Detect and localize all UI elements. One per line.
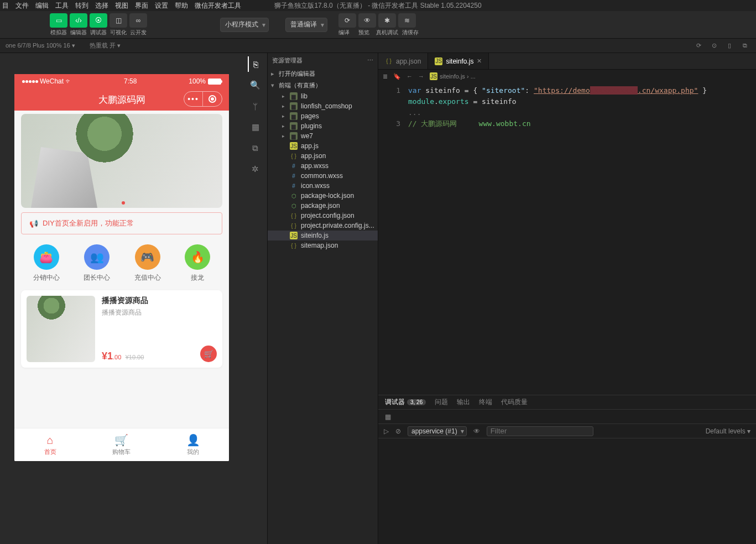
nav-grid-item[interactable]: 🔥 接龙 bbox=[185, 244, 210, 283]
close-icon[interactable]: ✕ bbox=[477, 57, 482, 65]
tree-item[interactable]: #common.wxss bbox=[268, 171, 378, 181]
menu-item[interactable]: 目 bbox=[2, 1, 9, 11]
toolbar-label: 预览 bbox=[355, 29, 373, 36]
tree-item[interactable]: JSsiteinfo.js bbox=[268, 231, 378, 240]
tabbar-icon: ⌂ bbox=[47, 434, 54, 447]
remote-debug-button[interactable]: ✱ bbox=[378, 13, 396, 28]
tabbar-item[interactable]: ⌂ 首页 bbox=[14, 428, 86, 461]
eye-icon[interactable]: 👁 bbox=[473, 427, 480, 435]
root-section[interactable]: 前端（有直播） bbox=[268, 80, 378, 91]
tree-item[interactable]: ▆lionfish_comshop bbox=[268, 101, 378, 111]
test-icon[interactable]: ✲ bbox=[248, 161, 263, 177]
banner-image[interactable] bbox=[21, 114, 222, 208]
tree-item[interactable]: #app.wxss bbox=[268, 161, 378, 171]
compile-button[interactable]: ⟳ bbox=[338, 13, 356, 28]
explorer-title: 资源管理器 bbox=[272, 56, 303, 65]
more-icon[interactable]: ⋯ bbox=[367, 57, 373, 64]
search-icon[interactable]: 🔍 bbox=[248, 77, 263, 93]
refresh-icon[interactable]: ⟳ bbox=[693, 40, 704, 51]
fwd-icon[interactable]: → bbox=[418, 73, 424, 80]
product-subtitle: 播播资源商品 bbox=[102, 308, 217, 317]
product-card[interactable]: 播播资源商品 播播资源商品 ¥1.00 ¥10.00 🛒 bbox=[21, 290, 222, 368]
battery-icon bbox=[208, 79, 221, 85]
menu-item[interactable]: 微信开发者工具 bbox=[195, 1, 241, 11]
opened-editors-section[interactable]: 打开的编辑器 bbox=[268, 68, 378, 80]
tree-item[interactable]: ⬡package-lock.json bbox=[268, 191, 378, 201]
phone-icon[interactable]: ▯ bbox=[724, 40, 735, 51]
menu-item[interactable]: 转到 bbox=[75, 1, 88, 11]
layout-icon[interactable]: ▦ bbox=[248, 119, 263, 135]
capsule-menu-icon[interactable]: ••• bbox=[184, 92, 203, 106]
menu-item[interactable]: 视图 bbox=[115, 1, 128, 11]
tree-item[interactable]: #icon.wxss bbox=[268, 181, 378, 191]
mode-select[interactable]: 小程序模式 bbox=[220, 18, 269, 32]
play-icon[interactable]: ▷ bbox=[384, 427, 389, 435]
device-select[interactable]: one 6/7/8 Plus 100% 16 ▾ bbox=[6, 42, 75, 49]
nav-grid-item[interactable]: 👥 团长中心 bbox=[84, 244, 110, 283]
tabbar-label: 购物车 bbox=[112, 448, 131, 456]
tree-item[interactable]: { }project.config.json bbox=[268, 211, 378, 221]
console-filter-input[interactable] bbox=[487, 426, 593, 436]
compile-mode-select[interactable]: 普通编译 bbox=[285, 18, 327, 32]
clear-cache-button[interactable]: ≋ bbox=[398, 13, 416, 28]
menu-item[interactable]: 选择 bbox=[95, 1, 108, 11]
menu-item[interactable]: 编辑 bbox=[35, 1, 49, 11]
tree-item[interactable]: { }sitemap.json bbox=[268, 240, 378, 250]
nav-grid-label: 分销中心 bbox=[33, 273, 60, 283]
branch-icon[interactable]: ᛘ bbox=[248, 98, 263, 114]
nav-grid-item[interactable]: 🎮 充值中心 bbox=[134, 244, 161, 283]
devtools-tab-quality[interactable]: 代码质量 bbox=[501, 397, 528, 407]
tree-item[interactable]: ▆pages bbox=[268, 111, 378, 121]
levels-select[interactable]: Default levels ▾ bbox=[706, 427, 750, 435]
home-icon[interactable]: ⊙ bbox=[708, 40, 719, 51]
editor-button[interactable]: ‹/› bbox=[70, 13, 87, 28]
back-icon[interactable]: ← bbox=[406, 73, 413, 80]
editor-tab[interactable]: { }app.json bbox=[378, 53, 428, 69]
preview-button[interactable]: 👁 bbox=[358, 13, 376, 28]
breadcrumb-file[interactable]: siteinfo.js bbox=[440, 73, 465, 80]
debugger-button[interactable]: ⦿ bbox=[90, 13, 107, 28]
tree-item[interactable]: ▆lib bbox=[268, 91, 378, 101]
inspect-icon[interactable]: ▦ bbox=[385, 413, 391, 421]
capsule-button[interactable]: ••• bbox=[184, 91, 222, 107]
visual-button[interactable]: ◫ bbox=[110, 13, 127, 28]
menu-item[interactable]: 文件 bbox=[15, 1, 29, 11]
add-to-cart-button[interactable]: 🛒 bbox=[200, 346, 217, 362]
ext-icon[interactable]: ⧉ bbox=[248, 140, 263, 156]
simulator-button[interactable]: ▭ bbox=[50, 13, 67, 28]
tree-item[interactable]: ⬡package.json bbox=[268, 201, 378, 211]
tree-item[interactable]: { }project.private.config.js... bbox=[268, 221, 378, 231]
cloud-button[interactable]: ∞ bbox=[129, 13, 147, 28]
menu-item[interactable]: 帮助 bbox=[175, 1, 188, 11]
tree-label: icon.wxss bbox=[301, 182, 330, 190]
code-editor[interactable]: 1var siteinfo = { "siteroot": "https://d… bbox=[378, 83, 756, 395]
tabbar-item[interactable]: 🛒 购物车 bbox=[86, 428, 157, 461]
tree-label: app.wxss bbox=[301, 162, 329, 170]
context-select[interactable]: appservice (#1) bbox=[408, 426, 467, 436]
editor-tab[interactable]: JSsiteinfo.js✕ bbox=[428, 53, 489, 69]
hot-reload-toggle[interactable]: 热重载 开 ▾ bbox=[90, 41, 121, 50]
console-log[interactable] bbox=[378, 438, 756, 544]
tabbar-item[interactable]: 👤 我的 bbox=[158, 428, 229, 461]
devtools-tab-problems[interactable]: 问题 bbox=[435, 397, 448, 407]
menu-item[interactable]: 设置 bbox=[155, 1, 168, 11]
menu-item[interactable]: 工具 bbox=[55, 1, 69, 11]
menu-item[interactable]: 界面 bbox=[135, 1, 148, 11]
bookmark-icon[interactable]: 🔖 bbox=[393, 73, 401, 80]
capsule-close-icon[interactable] bbox=[203, 92, 222, 106]
nav-grid-item[interactable]: 👛 分销中心 bbox=[33, 244, 60, 283]
devtools-tab-debugger[interactable]: 调试器3, 26 bbox=[385, 397, 426, 407]
price-old: ¥10.00 bbox=[126, 354, 144, 360]
notice-bar[interactable]: 📢 DIY首页全新启用，功能正常 bbox=[21, 212, 222, 234]
compare-icon[interactable]: ≣ bbox=[383, 73, 388, 80]
tree-item[interactable]: JSapp.js bbox=[268, 141, 378, 151]
devtools-tab-terminal[interactable]: 终端 bbox=[479, 397, 492, 407]
tree-item[interactable]: ▆we7 bbox=[268, 131, 378, 141]
explorer-icon[interactable]: ⎘ bbox=[248, 56, 263, 72]
tree-item[interactable]: ▆plugins bbox=[268, 121, 378, 131]
detach-icon[interactable]: ⧉ bbox=[739, 40, 750, 51]
file-tree: ▆lib▆lionfish_comshop▆pages▆plugins▆we7J… bbox=[268, 91, 378, 250]
devtools-tab-output[interactable]: 输出 bbox=[457, 397, 470, 407]
clear-icon[interactable]: ⊘ bbox=[395, 427, 401, 435]
tree-item[interactable]: { }app.json bbox=[268, 151, 378, 161]
